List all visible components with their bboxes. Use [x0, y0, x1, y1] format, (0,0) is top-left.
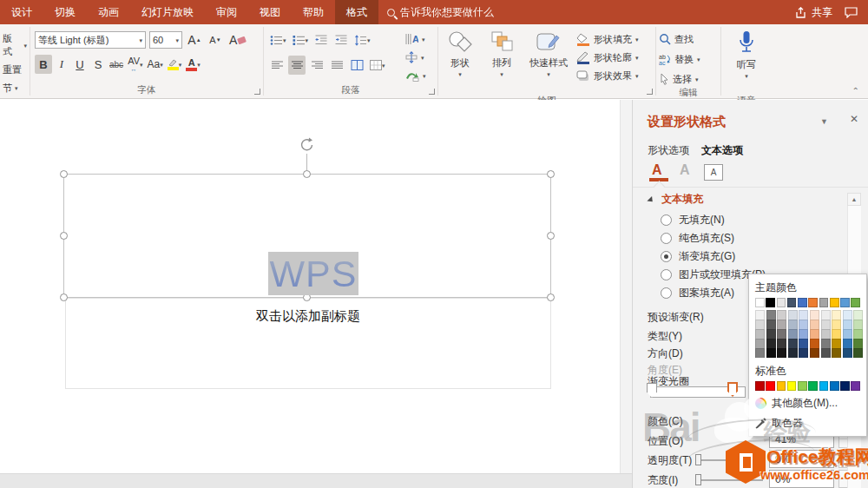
theme-variant-swatch[interactable] — [755, 348, 765, 358]
decrease-indent-button[interactable] — [312, 30, 330, 49]
subtitle-placeholder-text[interactable]: 双击以添加副标题 — [65, 308, 551, 325]
theme-variant-swatch[interactable] — [853, 329, 863, 339]
slide-canvas[interactable]: WPS 双击以添加副标题 — [0, 100, 632, 488]
section-button[interactable]: 节 ▾ — [3, 82, 27, 95]
paragraph-dialog-launcher[interactable] — [429, 89, 435, 95]
font-dialog-launcher[interactable] — [254, 89, 260, 95]
select-button[interactable]: 选择▾ — [659, 71, 718, 87]
standard-color-swatch[interactable] — [819, 381, 829, 391]
theme-variant-swatch[interactable] — [777, 320, 786, 329]
theme-variant-swatch[interactable] — [832, 348, 841, 358]
tab-shape-options[interactable]: 形状选项 — [648, 143, 689, 158]
theme-variant-swatch[interactable] — [755, 339, 765, 348]
theme-variant-swatch[interactable] — [766, 348, 776, 358]
rotate-handle-icon[interactable] — [299, 136, 316, 154]
theme-color-swatch[interactable] — [840, 298, 850, 307]
theme-variant-swatch[interactable] — [843, 348, 852, 358]
standard-color-swatch[interactable] — [851, 381, 860, 391]
tab-审阅[interactable]: 审阅 — [205, 0, 248, 24]
canvas-scrollbar[interactable] — [620, 100, 632, 473]
resize-handle-top-left[interactable] — [60, 170, 68, 178]
theme-variant-swatch[interactable] — [766, 329, 776, 339]
theme-variant-swatch[interactable] — [755, 320, 765, 329]
add-remove-columns-button[interactable]: ▾ — [368, 56, 387, 75]
tab-幻灯片放映[interactable]: 幻灯片放映 — [130, 0, 205, 24]
numbering-button[interactable]: ▾ — [291, 30, 311, 49]
theme-variant-swatch[interactable] — [755, 310, 765, 320]
theme-variant-swatch[interactable] — [799, 329, 808, 339]
theme-variant-swatch[interactable] — [777, 329, 786, 339]
theme-variant-swatch[interactable] — [821, 310, 831, 320]
close-icon[interactable]: ✕ — [850, 113, 858, 125]
find-button[interactable]: 查找 — [659, 31, 718, 47]
fill-option[interactable]: 渐变填充(G) — [661, 247, 766, 266]
drawing-dialog-launcher[interactable] — [647, 89, 653, 95]
theme-color-swatch[interactable] — [777, 298, 786, 307]
convert-smartart-button[interactable]: ▾ — [405, 68, 435, 83]
arrange-button[interactable]: 排列▾ — [483, 27, 521, 95]
theme-variant-swatch[interactable] — [777, 310, 786, 320]
font-name-combo[interactable]: 等线 Light (标题)▾ — [35, 31, 146, 49]
shapes-button[interactable]: 形状▾ — [441, 27, 479, 95]
fill-option[interactable]: 纯色填充(S) — [661, 229, 766, 247]
transparency-slider-thumb[interactable] — [695, 454, 701, 465]
selected-text-highlight[interactable]: WPS — [268, 252, 358, 295]
resize-handle-top-center[interactable] — [303, 170, 311, 178]
tab-动画[interactable]: 动画 — [87, 0, 130, 24]
tab-视图[interactable]: 视图 — [248, 0, 292, 24]
resize-handle-mid-right[interactable] — [547, 232, 555, 240]
theme-variant-swatch[interactable] — [843, 310, 852, 320]
bold-button[interactable]: B — [35, 55, 52, 74]
theme-variant-swatch[interactable] — [853, 339, 863, 348]
character-spacing-button[interactable]: AV ↔ ▾ — [126, 55, 144, 74]
theme-variant-swatch[interactable] — [766, 339, 776, 348]
standard-color-swatch[interactable] — [787, 381, 797, 391]
theme-variant-swatch[interactable] — [821, 339, 831, 348]
theme-color-swatch[interactable] — [851, 298, 860, 307]
theme-variant-swatch[interactable] — [788, 348, 798, 358]
theme-variant-swatch[interactable] — [821, 329, 831, 339]
title-text[interactable]: WPS — [270, 253, 358, 295]
panel-scrollbar-up[interactable]: ▲ — [847, 193, 861, 206]
more-colors-item[interactable]: 其他颜色(M)... — [755, 396, 860, 411]
strikethrough-button[interactable]: abc — [108, 55, 125, 74]
standard-color-swatch[interactable] — [777, 381, 786, 391]
theme-variant-swatch[interactable] — [799, 320, 808, 329]
tab-设计[interactable]: 设计 — [0, 0, 43, 24]
quick-styles-button[interactable]: 快速样式▾ — [524, 27, 573, 95]
theme-variant-swatch[interactable] — [810, 320, 819, 329]
resize-handle-mid-left[interactable] — [60, 232, 68, 240]
theme-variant-swatch[interactable] — [799, 348, 808, 358]
brightness-slider[interactable] — [695, 479, 763, 481]
replace-button[interactable]: ab ac 替换▾ — [659, 51, 718, 67]
clear-formatting-button[interactable]: A — [227, 30, 247, 49]
theme-variant-swatch[interactable] — [810, 348, 819, 358]
theme-variant-swatch[interactable] — [810, 329, 819, 339]
theme-variant-swatch[interactable] — [832, 339, 841, 348]
tab-text-options[interactable]: 文本选项 — [701, 143, 743, 158]
standard-color-swatch[interactable] — [755, 381, 765, 391]
columns-button[interactable] — [348, 56, 365, 75]
shrink-font-button[interactable]: A▼ — [207, 30, 224, 49]
radio-icon[interactable] — [661, 251, 672, 262]
theme-variant-swatch[interactable] — [832, 329, 841, 339]
layout-button[interactable]: 版式 ▾ — [3, 32, 27, 58]
theme-color-swatch[interactable] — [830, 298, 839, 307]
tab-切换[interactable]: 切换 — [43, 0, 87, 24]
theme-variant-swatch[interactable] — [821, 348, 831, 358]
tab-帮助[interactable]: 帮助 — [292, 0, 335, 24]
align-center-button[interactable] — [288, 56, 306, 75]
shape-outline-button[interactable]: 形状轮廓▾ — [576, 49, 639, 65]
radio-icon[interactable] — [661, 287, 672, 299]
theme-variant-swatch[interactable] — [843, 339, 852, 348]
radio-icon[interactable] — [661, 214, 672, 226]
theme-variant-swatch[interactable] — [843, 329, 852, 339]
theme-variant-swatch[interactable] — [810, 310, 819, 320]
theme-variant-swatch[interactable] — [777, 348, 786, 358]
highlight-color-button[interactable]: ▾ — [166, 55, 184, 74]
text-effects-icon[interactable]: A — [680, 162, 690, 178]
collapse-ribbon-chevron[interactable]: ⌃ — [852, 86, 859, 96]
theme-variant-swatch[interactable] — [821, 320, 831, 329]
tab-格式[interactable]: 格式 — [335, 0, 378, 24]
underline-button[interactable]: U — [71, 55, 89, 74]
